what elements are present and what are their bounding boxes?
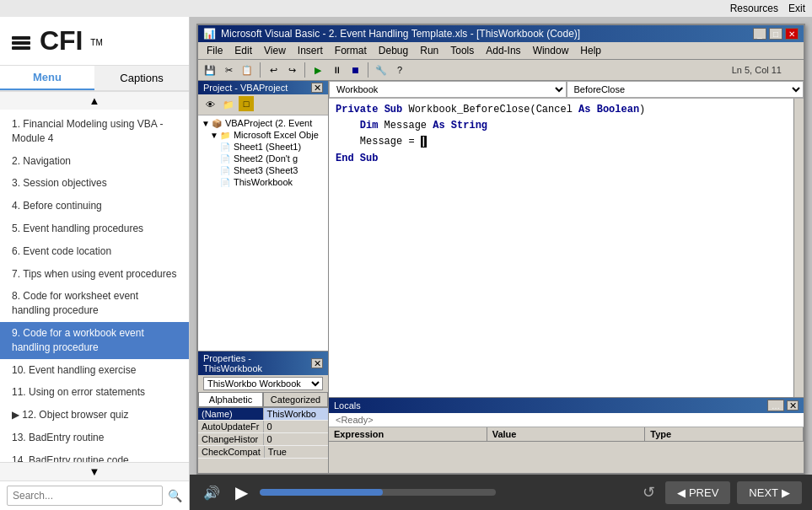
- locals-ready-text: <Ready>: [329, 413, 804, 427]
- tree-item-1[interactable]: ▼📁Microsoft Excel Obje: [200, 129, 326, 141]
- menu-item-debug[interactable]: Debug: [374, 43, 413, 58]
- sidebar-item-8[interactable]: 8. Code for worksheet event handling pro…: [0, 285, 189, 322]
- toolbar-btn-4[interactable]: ↩: [265, 62, 282, 78]
- sidebar-item-7[interactable]: 7. Tips when using event procedures: [0, 263, 189, 286]
- next-arrow: ▶: [782, 486, 790, 499]
- proj-toolbar-btn-3[interactable]: □: [239, 96, 254, 111]
- tree-item-5[interactable]: 📄ThisWorkbook: [200, 176, 326, 188]
- toolbar-run-btn[interactable]: ▶: [309, 62, 326, 78]
- prop-row[interactable]: AutoUpdateFr0: [198, 421, 328, 433]
- progress-bar-fill: [260, 489, 383, 496]
- prop-row[interactable]: (Name)ThisWorkbo: [198, 408, 328, 421]
- prop-name: CheckCompat: [198, 446, 265, 458]
- menu-item-view[interactable]: View: [259, 43, 291, 58]
- prev-arrow: ◀: [677, 486, 686, 499]
- vba-body: Project - VBAProject ✕ 👁 📁 □ ▼📦VBAProjec…: [198, 81, 804, 473]
- menu-item-help[interactable]: Help: [575, 43, 606, 58]
- code-line: Dim Message As String: [336, 118, 787, 134]
- toolbar-btn-5[interactable]: ↪: [283, 62, 300, 78]
- bottom-bar: 🔊 ▶ ↺ ◀ PREV NEXT ▶: [190, 475, 812, 510]
- properties-close-btn[interactable]: ✕: [311, 358, 323, 368]
- locals-options-btn[interactable]: …: [767, 400, 784, 411]
- sidebar-scroll-up[interactable]: ▲: [0, 91, 189, 110]
- volume-button[interactable]: 🔊: [200, 481, 223, 504]
- toolbar-sep-2: [304, 62, 305, 78]
- toolbar-btn-2[interactable]: ✂: [220, 62, 237, 78]
- code-line: End Sub: [336, 151, 787, 167]
- prop-tab-alpha[interactable]: Alphabetic: [198, 392, 263, 407]
- menu-item-insert[interactable]: Insert: [293, 43, 328, 58]
- menu-item-file[interactable]: File: [202, 43, 228, 58]
- toolbar-btn-10[interactable]: ?: [391, 62, 408, 78]
- prop-row[interactable]: CheckCompatTrue: [198, 446, 328, 459]
- tree-item-0[interactable]: ▼📦VBAProject (2. Event: [200, 117, 326, 129]
- prop-row[interactable]: ChangeHistor0: [198, 433, 328, 446]
- vba-toolbar: 💾 ✂ 📋 ↩ ↪ ▶ ⏸ ⏹ 🔧 ? Ln 5, Col 11: [198, 60, 804, 81]
- menu-item-run[interactable]: Run: [415, 43, 444, 58]
- toolbar-btn-3[interactable]: 📋: [239, 62, 255, 78]
- sidebar-item-10[interactable]: 10. Event handling exercise: [0, 359, 189, 382]
- project-close-btn[interactable]: ✕: [311, 83, 323, 93]
- toolbar-sep-3: [368, 62, 368, 78]
- next-button[interactable]: NEXT ▶: [737, 481, 802, 504]
- code-scrollbar[interactable]: [793, 99, 804, 397]
- refresh-button[interactable]: ↺: [639, 480, 659, 505]
- progress-bar-container[interactable]: [260, 489, 496, 496]
- menu-item-tools[interactable]: Tools: [445, 43, 479, 58]
- locals-close-btn[interactable]: ✕: [787, 400, 799, 411]
- sidebar-item-11[interactable]: 11. Using on error statements: [0, 381, 189, 404]
- sidebar-scroll-down[interactable]: ▼: [0, 462, 189, 480]
- code-object-dropdown[interactable]: Workbook: [329, 81, 567, 98]
- proj-toolbar-btn-1[interactable]: 👁: [202, 96, 218, 113]
- menu-tab[interactable]: Menu: [0, 66, 94, 90]
- menu-item-window[interactable]: Window: [528, 43, 574, 58]
- captions-tab[interactable]: Captions: [94, 66, 189, 90]
- sidebar-item-9[interactable]: 9. Code for a workbook event handling pr…: [0, 322, 189, 359]
- properties-panel-header: Properties - ThisWorkbook ✕: [198, 352, 328, 375]
- vba-maximize-btn[interactable]: □: [769, 28, 782, 40]
- sidebar: CFI TM Menu Captions ▲ 1. Financial Mode…: [0, 17, 190, 510]
- resources-link[interactable]: Resources: [730, 3, 778, 14]
- sidebar-item-3[interactable]: 3. Session objectives: [0, 172, 189, 195]
- search-button[interactable]: 🔍: [168, 489, 182, 502]
- vba-close-btn[interactable]: ✕: [785, 28, 799, 40]
- code-area: Workbook BeforeClose Private Sub Workboo…: [329, 81, 804, 397]
- locals-panel: Locals … ✕ <Ready> ExpressionValueType: [329, 397, 804, 473]
- prev-button[interactable]: ◀ PREV: [665, 481, 730, 504]
- code-proc-dropdown[interactable]: BeforeClose: [567, 81, 804, 98]
- proj-toolbar-btn-2[interactable]: 📁: [220, 96, 237, 113]
- prop-value: 0: [264, 433, 329, 445]
- prop-tab-cat[interactable]: Categorized: [263, 392, 328, 407]
- toolbar-stop-btn[interactable]: ⏹: [347, 62, 363, 78]
- search-input[interactable]: [7, 486, 163, 506]
- play-button[interactable]: ▶: [232, 479, 251, 506]
- code-line: Message = |: [336, 134, 787, 150]
- sidebar-item-2[interactable]: 2. Navigation: [0, 150, 189, 173]
- sidebar-item-4[interactable]: 4. Before continuing: [0, 195, 189, 217]
- locals-col-type: Type: [645, 427, 804, 442]
- tree-item-4[interactable]: 📄Sheet3 (Sheet3: [200, 164, 326, 176]
- toolbar-btn-1[interactable]: 💾: [202, 62, 218, 78]
- sidebar-item-6[interactable]: 6. Event code location: [0, 240, 189, 263]
- exit-link[interactable]: Exit: [788, 3, 805, 14]
- vba-minimize-btn[interactable]: _: [753, 28, 766, 40]
- tree-item-2[interactable]: 📄Sheet1 (Sheet1): [200, 141, 326, 153]
- code-editor[interactable]: Private Sub Workbook_BeforeClose(Cancel …: [329, 99, 793, 397]
- sidebar-item-12[interactable]: ▶ 12. Object browser quiz: [0, 404, 189, 427]
- properties-object-select[interactable]: ThisWorkbo Workbook: [203, 377, 323, 390]
- menu-item-add-ins[interactable]: Add-Ins: [481, 43, 525, 58]
- tree-item-3[interactable]: 📄Sheet2 (Don't g: [200, 153, 326, 164]
- sidebar-item-13[interactable]: 13. BadEntry routine: [0, 427, 189, 449]
- sidebar-item-5[interactable]: 5. Event handling procedures: [0, 217, 189, 240]
- menu-item-format[interactable]: Format: [330, 43, 372, 58]
- toolbar-break-btn[interactable]: ⏸: [328, 62, 345, 78]
- project-panel-header: Project - VBAProject ✕: [198, 81, 328, 94]
- vba-menubar: FileEditViewInsertFormatDebugRunToolsAdd…: [198, 42, 804, 60]
- sidebar-logo: CFI TM: [0, 17, 189, 66]
- sidebar-item-1[interactable]: 1. Financial Modeling using VBA - Module…: [0, 113, 189, 150]
- toolbar-btn-9[interactable]: 🔧: [373, 62, 390, 78]
- sidebar-item-14[interactable]: 14. BadEntry routine code: [0, 449, 189, 462]
- menu-item-edit[interactable]: Edit: [229, 43, 257, 58]
- locals-col-expression: Expression: [329, 427, 487, 442]
- vba-window-title: Microsoft Visual Basic - 2. Event Handli…: [221, 28, 580, 40]
